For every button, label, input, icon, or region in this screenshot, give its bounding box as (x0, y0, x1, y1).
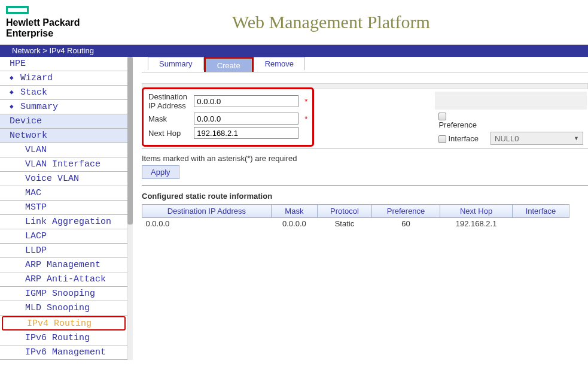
tab-summary[interactable]: Summary (148, 57, 204, 70)
tabs: Summary Create Remove (142, 57, 588, 72)
required-asterisk: * (302, 92, 310, 111)
sidebar-item-label: Stack (20, 87, 47, 98)
td-mask: 0.0.0.0 (271, 218, 317, 230)
preference-label: Preference (438, 120, 477, 129)
sidebar-item-stack[interactable]: Stack (0, 86, 127, 100)
hpe-logo: Hewlett Packard Enterprise (6, 6, 80, 38)
dest-ip-label: Destination IP Address (146, 92, 190, 111)
nexthop-input[interactable] (194, 127, 298, 139)
sidebar-item-ipv6-management[interactable]: IPv6 Management (0, 345, 127, 360)
sidebar-item-label: Wizard (20, 73, 53, 83)
sidebar-item-vlan-interface[interactable]: VLAN Interface (0, 157, 127, 172)
sidebar-item-mac[interactable]: MAC (0, 186, 127, 201)
chevron-down-icon: ▼ (574, 135, 583, 141)
sidebar-scrollbar[interactable] (127, 57, 133, 360)
tab-create[interactable]: Create (206, 59, 252, 72)
sidebar-item-link-aggregation[interactable]: Link Aggregation (0, 215, 127, 229)
diamond-icon (10, 75, 16, 81)
sidebar-item-lacp[interactable]: LACP (0, 229, 127, 244)
sidebar: HPE Wizard Stack Summary Device Network … (0, 57, 133, 360)
td-iface (512, 218, 569, 230)
td-nexthop: 192.168.2.1 (440, 218, 513, 230)
table-row[interactable]: 0.0.0.0 0.0.0.0 Static 60 192.168.2.1 (142, 218, 569, 230)
th-dest[interactable]: Destination IP Address (142, 205, 272, 218)
mask-input[interactable] (194, 113, 298, 125)
sidebar-item-label: Summary (20, 102, 58, 112)
sidebar-item-device[interactable]: Device (0, 114, 127, 129)
th-nexthop[interactable]: Next Hop (440, 205, 513, 218)
sidebar-item-summary[interactable]: Summary (0, 100, 127, 114)
interface-label: Interface (448, 134, 479, 143)
preference-checkbox[interactable] (438, 113, 446, 120)
static-route-table: Destination IP Address Mask Protocol Pre… (142, 204, 569, 229)
apply-button[interactable]: Apply (142, 165, 179, 179)
dest-ip-input[interactable] (194, 95, 298, 107)
th-interface[interactable]: Interface (512, 205, 569, 218)
section-title: Configured static route information (142, 192, 588, 201)
th-mask[interactable]: Mask (271, 205, 317, 218)
separator (142, 185, 588, 186)
required-note: Items marked with an asterisk(*) are req… (142, 154, 588, 163)
diamond-icon (10, 90, 16, 96)
th-protocol[interactable]: Protocol (318, 205, 372, 218)
th-preference[interactable]: Preference (371, 205, 440, 218)
sidebar-item-wizard[interactable]: Wizard (0, 71, 127, 86)
hpe-bar-icon (6, 6, 29, 14)
sidebar-item-mstp[interactable]: MSTP (0, 201, 127, 215)
sidebar-item-arp-anti-attack[interactable]: ARP Anti-Attack (0, 272, 127, 287)
tab-remove[interactable]: Remove (254, 57, 305, 70)
interface-select-value: NULL0 (495, 134, 519, 143)
diamond-icon (10, 104, 16, 110)
sidebar-item-arp-management[interactable]: ARP Management (0, 258, 127, 272)
td-pref: 60 (371, 218, 440, 230)
header: Hewlett Packard Enterprise Web Managemen… (0, 0, 588, 45)
sidebar-item-mld-snooping[interactable]: MLD Snooping (0, 301, 127, 316)
nexthop-label: Next Hop (146, 126, 190, 140)
brand-line2: Enterprise (6, 28, 80, 39)
sidebar-item-lldp[interactable]: LLDP (0, 244, 127, 258)
sidebar-item-ipv6-routing[interactable]: IPv6 Routing (0, 331, 127, 345)
required-asterisk: * (302, 112, 310, 125)
brand-line1: Hewlett Packard (6, 17, 80, 28)
td-protocol: Static (318, 218, 372, 230)
breadcrumb: Network > IPv4 Routing (0, 45, 588, 57)
mask-label: Mask (146, 112, 190, 125)
sidebar-item-voice-vlan[interactable]: Voice VLAN (0, 172, 127, 186)
right-options: Preference Interface NULL0▼ (434, 89, 588, 147)
tab-create-highlight: Create (204, 57, 254, 72)
sidebar-item-hpe[interactable]: HPE (0, 57, 127, 71)
sidebar-item-igmp-snooping[interactable]: IGMP Snooping (0, 287, 127, 301)
td-dest: 0.0.0.0 (142, 218, 272, 230)
form-highlight: Destination IP Address * Mask * Next Hop (142, 87, 314, 147)
interface-checkbox[interactable] (438, 135, 446, 143)
sidebar-item-ipv4-routing[interactable]: IPv4 Routing (2, 316, 126, 331)
interface-select[interactable]: NULL0▼ (490, 132, 583, 145)
sidebar-item-network[interactable]: Network (0, 129, 127, 143)
sidebar-scrollbar-thumb[interactable] (127, 57, 133, 225)
page-title: Web Management Platform (80, 12, 582, 32)
content: Summary Create Remove Destination IP Add… (133, 57, 588, 360)
sidebar-item-vlan[interactable]: VLAN (0, 143, 127, 157)
